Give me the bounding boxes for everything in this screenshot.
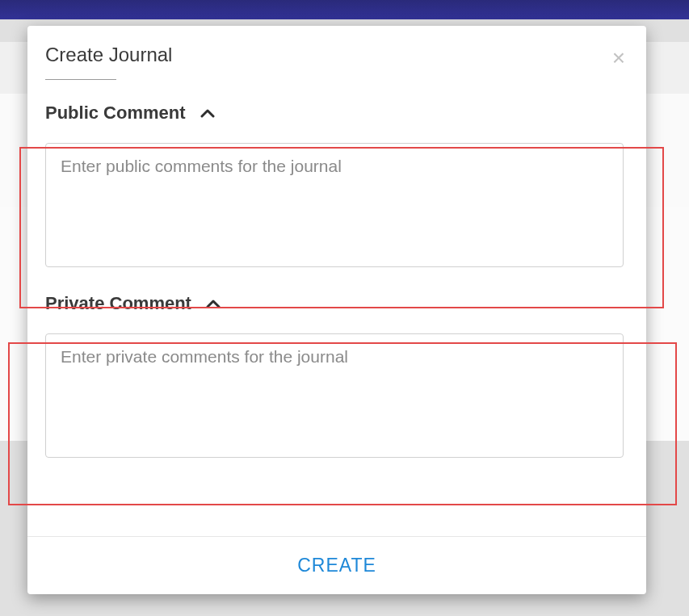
modal-scroll-region[interactable]: Public Comment Private Comment [45,103,628,536]
create-button[interactable]: CREATE [297,555,376,576]
spacer [45,484,624,508]
private-comment-textarea[interactable] [45,333,624,458]
private-comment-label: Private Comment [45,293,191,314]
chevron-up-icon [206,299,221,308]
modal-footer: CREATE [27,536,646,594]
close-icon: × [612,45,625,70]
modal-title-wrap: Create Journal [45,44,172,80]
public-comment-textarea[interactable] [45,143,624,267]
modal-header: Create Journal × [27,26,646,86]
app-header-banner [0,0,689,19]
modal-title: Create Journal [45,44,172,66]
chevron-up-icon [200,108,215,118]
public-comment-toggle[interactable]: Public Comment [45,103,624,124]
public-comment-label: Public Comment [45,103,186,124]
close-button[interactable]: × [609,44,628,73]
modal-body: Public Comment Private Comment [27,86,646,536]
private-comment-section: Private Comment [45,293,624,461]
modal-title-underline [45,79,116,80]
create-journal-modal: Create Journal × Public Comment Private … [27,26,646,594]
public-comment-section: Public Comment [45,103,624,270]
private-comment-toggle[interactable]: Private Comment [45,293,624,314]
